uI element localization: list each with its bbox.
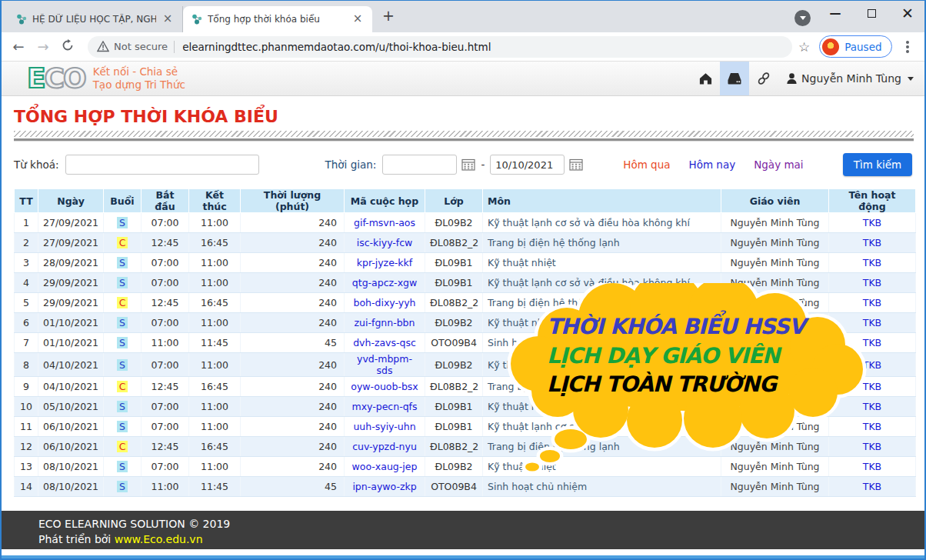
url-text[interactable]: elearningdttec.phanmemdaotao.com/u/thoi-…: [182, 41, 491, 53]
back-button[interactable]: ←: [6, 38, 31, 55]
cell-code[interactable]: kpr-jyze-kkf: [345, 253, 425, 273]
cell-tt: 11: [15, 417, 38, 437]
cell-tt: 1: [15, 213, 38, 233]
cell-duration: 240: [241, 313, 345, 333]
window-close-button[interactable]: ✕: [892, 0, 923, 26]
cell-code[interactable]: dvh-zavs-qsc: [345, 333, 425, 353]
cell-session: S: [104, 457, 142, 477]
cell-code[interactable]: zui-fgnn-bbn: [345, 313, 425, 333]
window-minimize-button[interactable]: —: [820, 0, 851, 26]
session-badge: S: [117, 257, 128, 268]
date-from-input[interactable]: [382, 155, 457, 175]
cell-tt: 12: [15, 437, 38, 457]
drive-icon: [727, 72, 742, 85]
window-maximize-button[interactable]: [856, 0, 887, 26]
cell-subject: Kỹ thuật nhiệt: [483, 253, 721, 273]
bubble-line-2: LỊCH DẠY GIÁO VIÊN: [547, 343, 870, 368]
home-button[interactable]: [691, 62, 720, 95]
date-from-calendar-button[interactable]: [461, 158, 475, 171]
cell-end: 11:00: [189, 457, 241, 477]
calendar-icon: [461, 158, 475, 171]
cell-activity[interactable]: TKB: [829, 477, 916, 497]
link-yesterday[interactable]: Hôm qua: [623, 158, 670, 171]
tab-thoi-khoa-bieu[interactable]: Tổng hợp thời khóa biểu ×: [183, 6, 372, 32]
cell-tt: 5: [15, 293, 38, 313]
cell-end: 11:00: [189, 353, 241, 377]
cell-session: S: [104, 333, 142, 353]
forward-button[interactable]: →: [31, 38, 55, 55]
cell-activity[interactable]: TKB: [829, 213, 916, 233]
cell-session: S: [104, 253, 142, 273]
user-name: Nguyễn Minh Tùng: [801, 72, 901, 85]
column-header: Ngày: [38, 189, 104, 213]
tab-he-du-lieu[interactable]: HỆ DỮ LIỆU HỌC TẬP, NGHIÊN C ×: [8, 6, 183, 32]
search-button[interactable]: Tìm kiếm: [843, 153, 912, 176]
cell-end: 11:00: [189, 273, 241, 293]
tab-search-button[interactable]: [794, 10, 811, 26]
footer-eco-link[interactable]: www.Eco.edu.vn: [115, 533, 203, 545]
tab-title: Tổng hợp thời khóa biểu: [208, 14, 346, 25]
cell-start: 07:00: [142, 397, 189, 417]
cell-end: 11:00: [189, 417, 241, 437]
profile-chip[interactable]: Paused: [819, 35, 891, 58]
bookmark-star-icon[interactable]: ☆: [798, 39, 810, 55]
cell-cls: ĐL09B2: [425, 213, 483, 233]
cell-duration: 240: [241, 457, 345, 477]
cell-end: 11:00: [189, 213, 241, 233]
tab-close-icon[interactable]: ×: [351, 12, 365, 26]
column-header: Lớp: [425, 189, 483, 213]
tab-close-icon[interactable]: ×: [161, 12, 175, 26]
address-bar[interactable]: Not secure elearningdttec.phanmemdaotao.…: [88, 36, 792, 58]
cell-cls: ĐL09B2: [425, 313, 483, 333]
session-badge: S: [117, 277, 128, 288]
reload-button[interactable]: [55, 38, 80, 55]
maximize-icon: [868, 9, 876, 18]
cell-code[interactable]: ipn-aywo-zkp: [345, 477, 425, 497]
user-menu[interactable]: Nguyễn Minh Tùng: [786, 72, 914, 85]
cell-code[interactable]: woo-xaug-jep: [345, 457, 425, 477]
links-button[interactable]: [749, 62, 778, 95]
cell-duration: 240: [241, 377, 345, 397]
user-icon: [786, 72, 798, 85]
cell-duration: 45: [241, 333, 345, 353]
cell-code[interactable]: oyw-ouob-bsx: [345, 377, 425, 397]
cell-cls: ĐL09B1: [425, 273, 483, 293]
logo-letters-co: CO: [45, 62, 85, 94]
cell-date: 28/09/2021: [38, 253, 104, 273]
cell-start: 07:00: [142, 213, 189, 233]
session-badge: S: [117, 217, 128, 228]
cell-activity[interactable]: TKB: [829, 253, 916, 273]
session-badge: S: [117, 359, 128, 371]
cell-tt: 9: [15, 377, 38, 397]
cell-code[interactable]: qtg-apcz-xgw: [345, 273, 425, 293]
chevron-down-icon: [908, 77, 914, 81]
footer-credit: Phát triển bởi www.Eco.edu.vn: [38, 533, 924, 545]
cell-start: 12:45: [142, 437, 189, 457]
cell-code[interactable]: yvd-mbpm-sds: [345, 353, 425, 377]
cell-code[interactable]: cuv-ypzd-nyu: [345, 437, 425, 457]
cell-code[interactable]: mxy-pecn-qfs: [345, 397, 425, 417]
cell-session: S: [104, 313, 142, 333]
column-header: Môn: [483, 189, 721, 213]
column-header: Kết thúc: [189, 189, 241, 213]
resources-button[interactable]: [720, 62, 749, 95]
eco-logo[interactable]: ECO Kết nối - Chia sẻ Tạo dựng Tri Thức: [27, 65, 185, 92]
filter-bar: Từ khoá: Thời gian: -: [2, 153, 924, 176]
cell-end: 11:00: [189, 397, 241, 417]
cell-code[interactable]: uuh-syiy-uhn: [345, 417, 425, 437]
keyword-input[interactable]: [65, 155, 259, 175]
title-hatch-divider: [14, 131, 914, 137]
new-tab-button[interactable]: +: [378, 6, 398, 26]
cell-start: 11:00: [142, 333, 189, 353]
cell-date: 27/09/2021: [38, 213, 104, 233]
cell-start: 12:45: [142, 377, 189, 397]
date-to-calendar-button[interactable]: [569, 158, 583, 171]
cell-activity[interactable]: TKB: [829, 233, 916, 253]
link-tomorrow[interactable]: Ngày mai: [754, 158, 803, 171]
cell-code[interactable]: isc-kiyy-fcw: [345, 233, 425, 253]
cell-code[interactable]: boh-dixy-yyh: [345, 293, 425, 313]
browser-menu-button[interactable]: [900, 39, 915, 55]
date-to-input[interactable]: [490, 155, 565, 175]
cell-code[interactable]: gif-msvn-aos: [345, 213, 425, 233]
link-today[interactable]: Hôm nay: [689, 158, 736, 171]
